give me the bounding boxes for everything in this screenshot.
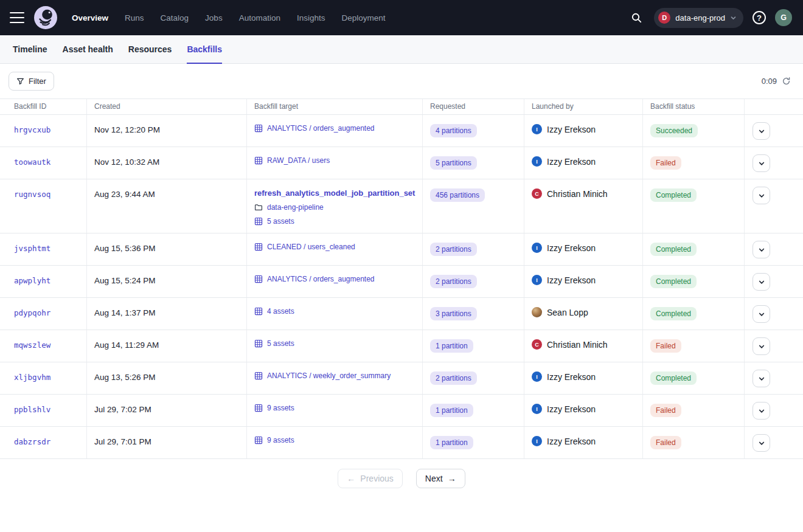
backfill-id-link[interactable]: rugnvsoq [14,190,50,199]
filter-button[interactable]: Filter [9,72,54,91]
previous-arrow-icon: ← [347,474,355,483]
created-timestamp: Aug 13, 5:26 PM [94,373,156,382]
refresh-icon [782,77,791,86]
primary-nav-item[interactable]: Overview [72,13,108,22]
backfill-id-link[interactable]: apwplyht [14,276,50,285]
backfill-id-link[interactable]: hrgvcxub [14,125,50,134]
requested-cell: 4 partitions [423,115,524,147]
row-menu-button[interactable] [753,434,770,452]
requested-cell: 1 partition [423,395,524,426]
partitions-badge: 5 partitions [430,156,477,170]
launched-by-name: Christian Minich [547,189,608,199]
target-job-link[interactable]: refresh_analytics_model_job_partition_se… [254,188,415,198]
primary-nav-item[interactable]: Runs [125,13,144,22]
created-timestamp: Nov 12, 12:20 PM [94,125,160,134]
table-row: xljbgvhm Aug 13, 5:26 PM ANALYTICS / wee… [0,362,803,395]
previous-page-button[interactable]: ← Previous [338,469,402,488]
secondary-tab[interactable]: Backfills [187,35,222,63]
target-asset-label: RAW_DATA / users [267,156,330,165]
hamburger-menu-button[interactable] [10,12,24,23]
row-menu-button[interactable] [753,154,770,172]
backfill-id-cell: xljbgvhm [0,362,87,394]
backfill-status-cell: Failed [643,330,745,362]
target-asset-link[interactable]: ANALYTICS / orders_augmented [254,124,415,133]
target-asset-link[interactable]: 4 assets [254,307,415,316]
row-menu-button[interactable] [753,402,770,420]
backfill-id-link[interactable]: toowautk [14,157,50,167]
primary-nav-item[interactable]: Automation [239,13,280,22]
primary-nav-item[interactable]: Catalog [161,13,189,22]
target-job-assets-label: 5 assets [267,217,294,226]
help-button[interactable]: ? [753,11,766,24]
chevron-down-icon [758,160,765,167]
target-job-repo-link[interactable]: data-eng-pipeline [254,203,415,212]
backfill-id-link[interactable]: mqwszlew [14,340,50,350]
target-asset-link[interactable]: ANALYTICS / weekly_order_summary [254,371,415,380]
row-menu-button[interactable] [753,337,770,355]
primary-nav-item[interactable]: Jobs [205,13,223,22]
target-job-assets-link[interactable]: 5 assets [254,217,415,226]
row-menu-button[interactable] [753,241,770,258]
backfill-status-cell: Failed [643,427,745,458]
dagster-logo[interactable] [34,6,57,29]
target-asset-link[interactable]: CLEANED / users_cleaned [254,243,415,251]
table-header-row: Backfill ID Created Backfill target Requ… [0,99,803,115]
secondary-tab[interactable]: Resources [128,35,172,63]
secondary-tab[interactable]: Timeline [13,35,47,63]
backfill-target-cell: refresh_analytics_model_job_partition_se… [247,179,423,233]
created-cell: Aug 15, 5:24 PM [87,266,247,297]
partitions-badge: 1 partition [430,436,473,449]
primary-nav-item[interactable]: Deployment [341,13,385,22]
deployment-switcher[interactable]: D data-eng-prod [654,8,743,28]
backfill-id-cell: apwplyht [0,266,87,297]
row-actions-cell [745,179,803,233]
backfill-id-link[interactable]: ppblshlv [14,405,50,414]
refresh-button[interactable] [782,77,791,86]
created-timestamp: Nov 12, 10:32 AM [94,157,159,167]
row-menu-button[interactable] [753,187,770,204]
target-asset-link[interactable]: ANALYTICS / orders_augmented [254,275,415,283]
row-menu-button[interactable] [753,122,770,140]
launched-by-avatar: I [532,436,542,446]
user-avatar[interactable]: G [775,9,792,26]
chevron-down-icon [758,407,765,415]
launched-by-name: Izzy Erekson [547,275,596,285]
row-menu-button[interactable] [753,305,770,323]
asset-table-icon [254,124,263,133]
row-menu-button[interactable] [753,370,770,387]
launched-by-cell: I Izzy Erekson [524,266,643,297]
chevron-down-icon [758,440,765,447]
backfill-target-cell: ANALYTICS / weekly_order_summary ANALYTI… [247,362,423,394]
asset-table-icon [254,217,263,226]
row-actions-cell [745,266,803,297]
backfill-status-cell: Completed [643,233,745,265]
target-asset-link[interactable]: 9 assets [254,404,415,412]
search-button[interactable] [628,10,645,26]
backfill-target-cell: CLEANED / users_cleaned CLEANED / users_… [247,233,423,265]
backfill-status-cell: Succeeded [643,115,745,147]
launched-by-name: Izzy Erekson [547,125,596,134]
target-asset-link[interactable]: 9 assets [254,436,415,444]
requested-cell: 2 partitions [423,362,524,394]
column-header-backfill-status: Backfill status [643,99,745,114]
target-asset-link[interactable]: RAW_DATA / users [254,156,415,165]
backfill-id-link[interactable]: pdypqohr [14,308,50,317]
secondary-tab[interactable]: Asset health [63,35,113,63]
next-page-button[interactable]: Next → [416,469,465,488]
created-cell: Aug 13, 5:26 PM [87,362,247,394]
backfill-id-cell: dabzrsdr [0,427,87,458]
launched-by-cell: I Izzy Erekson [524,233,643,265]
backfill-id-link[interactable]: jvsphtmt [14,244,50,253]
overview-tabbar: TimelineAsset healthResourcesBackfills [0,35,803,64]
target-asset-label: ANALYTICS / orders_augmented [267,124,375,133]
row-menu-button[interactable] [753,273,770,291]
primary-nav: OverviewRunsCatalogJobsAutomationInsight… [72,13,386,22]
created-cell: Nov 12, 10:32 AM [87,147,247,179]
backfill-id-link[interactable]: xljbgvhm [14,373,50,382]
requested-cell: 456 partitions [423,179,524,233]
primary-nav-item[interactable]: Insights [297,13,325,22]
target-asset-link[interactable]: 5 assets [254,339,415,348]
backfill-target-cell: 9 assets 9 assets [247,427,423,458]
backfill-id-link[interactable]: dabzrsdr [14,437,50,446]
created-cell: Aug 14, 11:29 AM [87,330,247,362]
